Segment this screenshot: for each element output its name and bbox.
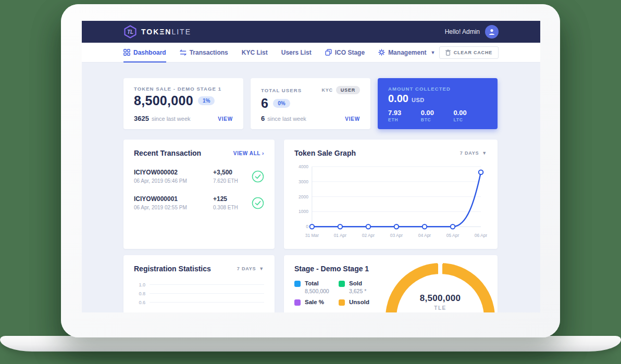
legend-label: Sale % bbox=[305, 299, 324, 305]
footer-value: 6 bbox=[261, 115, 265, 122]
tokenlite-logo-icon: TL bbox=[123, 25, 137, 39]
amount-currency: USD bbox=[412, 97, 425, 103]
card-label: AMOUNT COLLECTED bbox=[388, 86, 487, 92]
coin-ltc: 0.00 LTC bbox=[453, 109, 486, 122]
data-point[interactable] bbox=[394, 224, 399, 229]
legend-label: Unsold bbox=[349, 299, 369, 305]
svg-text:3000: 3000 bbox=[299, 179, 308, 184]
menu-item-users-list[interactable]: Users List bbox=[281, 43, 312, 62]
legend-swatch bbox=[294, 299, 301, 306]
axis-row: 0.8 bbox=[134, 289, 264, 298]
card-label: TOKEN SALE - DEMO STAGE 1 bbox=[134, 86, 233, 92]
menu-item-ico-stage[interactable]: ICO Stage bbox=[325, 43, 365, 62]
data-point[interactable] bbox=[338, 224, 343, 229]
grid-icon bbox=[123, 49, 130, 56]
panel-title: Recent Transaction bbox=[134, 149, 201, 157]
menu-strip: Dashboard Transactions KYC List Users bbox=[82, 43, 540, 62]
data-point[interactable] bbox=[479, 170, 483, 174]
menu-label: Users List bbox=[281, 49, 312, 56]
menu-label: Dashboard bbox=[133, 49, 166, 56]
menu-item-management[interactable]: Management ▼ bbox=[378, 43, 435, 62]
tx-id: ICIYOW000002 bbox=[134, 169, 213, 176]
kyc-tab[interactable]: KYC bbox=[321, 87, 332, 93]
coin-value: 0.00 bbox=[453, 109, 486, 117]
tx-amount: +125 bbox=[213, 195, 251, 203]
coin-value: 7.93 bbox=[388, 109, 421, 117]
svg-text:4000: 4000 bbox=[299, 164, 308, 169]
chevron-down-icon: ▼ bbox=[430, 50, 435, 55]
percent-badge: 1% bbox=[198, 96, 215, 105]
view-link[interactable]: VIEW bbox=[345, 116, 360, 122]
brand[interactable]: TL TOKΞNLITE bbox=[123, 25, 191, 39]
legend-item[interactable]: Unsold bbox=[339, 299, 383, 312]
gridline bbox=[150, 293, 264, 294]
y-tick-label: 0.8 bbox=[134, 291, 145, 296]
legend-item[interactable]: Total8,500,000 bbox=[294, 280, 339, 299]
brand-name-light: LITE bbox=[171, 28, 191, 36]
trash-icon bbox=[445, 49, 451, 56]
bottom-row: Registration Statistics 7 DAYS ▼ 1.00.80… bbox=[123, 255, 499, 312]
menu-item-dashboard[interactable]: Dashboard bbox=[123, 43, 166, 62]
user-tab[interactable]: USER bbox=[336, 86, 360, 94]
data-point[interactable] bbox=[451, 224, 455, 229]
check-circle-icon bbox=[252, 197, 264, 209]
menu-label: ICO Stage bbox=[335, 49, 365, 56]
app-screen: TL TOKΞNLITE Hello! Admin bbox=[82, 21, 540, 312]
transaction-row[interactable]: ICIYOW000001 06 Apr, 2019 02:55 PM +125 … bbox=[134, 195, 264, 210]
legend-item[interactable]: Sold3,625 * bbox=[339, 280, 383, 299]
view-all-link[interactable]: VIEW ALL › bbox=[233, 150, 264, 156]
view-link[interactable]: VIEW bbox=[218, 116, 233, 122]
legend-item[interactable]: Sale % bbox=[294, 299, 339, 312]
check-circle-icon bbox=[252, 170, 264, 183]
laptop-base bbox=[0, 336, 621, 352]
stat-cards-row: TOKEN SALE - DEMO STAGE 1 8,500,000 1% 3… bbox=[123, 78, 499, 129]
legend-label: Sold bbox=[349, 280, 366, 286]
svg-text:31 Mar: 31 Mar bbox=[305, 233, 319, 238]
main-menu: Dashboard Transactions KYC List Users bbox=[123, 43, 435, 62]
stage-legend: Total8,500,000Sold3,625 *Sale %Unsold bbox=[294, 280, 383, 312]
brand-name: TOKΞNLITE bbox=[141, 28, 191, 36]
gridline bbox=[150, 284, 264, 285]
transaction-row[interactable]: ICIYOW000002 06 Apr, 2019 05:46 PM +3,50… bbox=[134, 169, 264, 184]
svg-text:1000: 1000 bbox=[299, 209, 308, 214]
svg-text:06 Apr: 06 Apr bbox=[475, 233, 487, 238]
svg-text:05 Apr: 05 Apr bbox=[446, 233, 459, 238]
period-dropdown[interactable]: 7 DAYS ▼ bbox=[237, 266, 264, 271]
greeting-text: Hello! Admin bbox=[445, 28, 480, 35]
total-users-card: TOTAL USERS KYC USER 6 0% 6 since last w… bbox=[251, 78, 370, 129]
panel-title: Stage - Demo Stage 1 bbox=[294, 265, 369, 273]
footer-value: 3625 bbox=[134, 115, 149, 122]
gridline bbox=[150, 302, 264, 303]
legend-value: 3,625 * bbox=[349, 288, 366, 294]
recent-transactions-panel: Recent Transaction VIEW ALL › ICIYOW0000… bbox=[123, 140, 275, 249]
stage-donut: 8,500,000 TLE bbox=[386, 263, 495, 312]
data-point[interactable] bbox=[310, 224, 315, 229]
menu-item-kyc-list[interactable]: KYC List bbox=[242, 43, 268, 62]
svg-text:02 Apr: 02 Apr bbox=[362, 233, 375, 238]
menu-item-transactions[interactable]: Transactions bbox=[180, 43, 228, 62]
svg-text:0: 0 bbox=[306, 224, 308, 229]
y-tick-label: 0.6 bbox=[134, 300, 145, 305]
data-point[interactable] bbox=[423, 224, 427, 229]
data-point[interactable] bbox=[366, 224, 371, 229]
period-dropdown[interactable]: 7 DAYS ▼ bbox=[460, 150, 487, 156]
tx-id: ICIYOW000001 bbox=[134, 195, 213, 203]
legend-swatch bbox=[339, 281, 345, 287]
top-navbar: TL TOKΞNLITE Hello! Admin bbox=[82, 21, 540, 43]
cube-icon bbox=[325, 49, 332, 56]
middle-row: Recent Transaction VIEW ALL › ICIYOW0000… bbox=[123, 140, 499, 249]
laptop-shadow bbox=[7, 355, 614, 361]
token-sale-card: TOKEN SALE - DEMO STAGE 1 8,500,000 1% 3… bbox=[123, 78, 243, 129]
coin-label: LTC bbox=[453, 117, 486, 122]
person-icon bbox=[488, 28, 495, 35]
tx-amount: +3,500 bbox=[213, 169, 251, 176]
donut-center-value: 8,500,000 bbox=[386, 293, 495, 304]
token-sale-graph-panel: Token Sale Graph 7 DAYS ▼ 01000200030004… bbox=[284, 140, 498, 249]
svg-text:04 Apr: 04 Apr bbox=[418, 233, 431, 238]
clear-cache-button[interactable]: CLEAR CACHE bbox=[439, 46, 499, 59]
dashboard-content: TOKEN SALE - DEMO STAGE 1 8,500,000 1% 3… bbox=[82, 62, 540, 312]
avatar[interactable] bbox=[485, 25, 499, 39]
brand-name-bold: TOKΞN bbox=[141, 28, 171, 36]
chevron-down-icon: ▼ bbox=[482, 150, 487, 156]
menu-label: Transactions bbox=[190, 49, 228, 56]
